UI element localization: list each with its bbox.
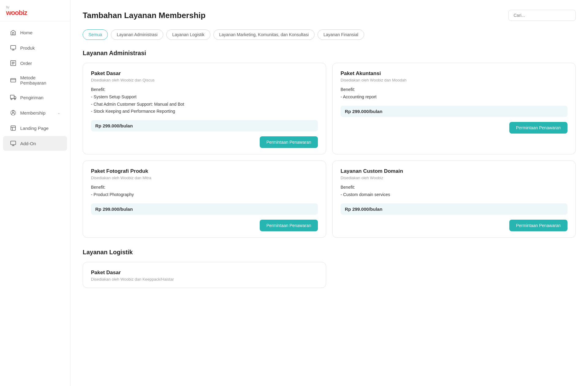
landing-icon xyxy=(10,125,17,131)
sidebar-nav: Home Produk Order Metode Pembayaran Peng xyxy=(0,21,70,386)
card-footer-paket-dasar: Permintaan Penawaran xyxy=(91,136,318,148)
main-content: Tambahan Layanan Membership Semua Layana… xyxy=(70,0,588,386)
payment-icon xyxy=(10,77,17,84)
home-icon xyxy=(10,29,17,36)
card-price-custom-domain: Rp 299.000/bulan xyxy=(341,203,567,215)
svg-rect-9 xyxy=(10,95,14,99)
card-benefit-paket-dasar: Benefit: - System Setup Support - Chat A… xyxy=(91,86,318,115)
svg-point-12 xyxy=(14,98,15,100)
header-row: Tambahan Layanan Membership xyxy=(83,10,576,21)
card-benefit-custom-domain: Benefit: - Custom domain services xyxy=(341,184,567,199)
filter-tab-logistik[interactable]: Layanan Logistik xyxy=(166,29,210,40)
sidebar-item-produk[interactable]: Produk xyxy=(3,40,67,55)
brand-name: woobiz xyxy=(6,9,27,17)
sidebar-item-label-pengiriman: Pengiriman xyxy=(20,95,60,100)
card-custom-domain: Layanan Custom Domain Disediakan oleh Wo… xyxy=(332,161,576,238)
cards-grid-administrasi: Paket Dasar Disediakan oleh Woobiz dan Q… xyxy=(83,63,576,238)
btn-penawaran-fotografi[interactable]: Permintaan Penawaran xyxy=(260,220,318,231)
card-footer-custom-domain: Permintaan Penawaran xyxy=(341,220,567,231)
sidebar-item-home[interactable]: Home xyxy=(3,25,67,40)
svg-rect-0 xyxy=(11,46,16,49)
btn-penawaran-akuntansi[interactable]: Permintaan Penawaran xyxy=(509,122,567,134)
filter-tab-finansial[interactable]: Layanan Finansial xyxy=(318,29,364,40)
card-benefit-akuntansi: Benefit: - Accounting report xyxy=(341,86,567,101)
shipping-icon xyxy=(10,94,17,101)
produk-icon xyxy=(10,44,17,51)
card-subtitle-akuntansi: Disediakan oleh Woobiz dan Moodah xyxy=(341,78,567,82)
btn-penawaran-custom-domain[interactable]: Permintaan Penawaran xyxy=(509,220,567,231)
card-paket-fotografi: Paket Fotografi Produk Disediakan oleh W… xyxy=(83,161,326,238)
chevron-down-icon: ⌄ xyxy=(57,111,60,115)
card-title-logistik-dasar: Paket Dasar xyxy=(91,270,318,276)
sidebar-item-membership[interactable]: Membership ⌄ xyxy=(3,105,67,120)
sidebar-item-label-payment: Metode Pembayaran xyxy=(20,75,60,85)
card-paket-dasar-logistik: Paket Dasar Disediakan oleh Woobiz dan K… xyxy=(83,262,326,288)
card-paket-akuntansi: Paket Akuntansi Disediakan oleh Woobiz d… xyxy=(332,63,576,154)
membership-icon xyxy=(10,109,17,116)
svg-marker-10 xyxy=(14,96,16,99)
sidebar-item-order[interactable]: Order xyxy=(3,56,67,70)
page-title: Tambahan Layanan Membership xyxy=(83,11,205,20)
logo-area: by woobiz xyxy=(0,0,70,21)
card-title-custom-domain: Layanan Custom Domain xyxy=(341,168,567,174)
sidebar-item-label-landing: Landing Page xyxy=(20,126,60,131)
sidebar-item-label-produk: Produk xyxy=(20,45,60,51)
card-footer-fotografi: Permintaan Penawaran xyxy=(91,220,318,231)
filter-tabs: Semua Layanan Administrasi Layanan Logis… xyxy=(83,29,576,40)
btn-penawaran-paket-dasar[interactable]: Permintaan Penawaran xyxy=(260,136,318,148)
section-title-logistik: Layanan Logistik xyxy=(83,249,576,256)
sidebar: by woobiz Home Produk Order Metode xyxy=(0,0,70,386)
logo-by-label: by xyxy=(6,6,64,9)
card-subtitle-custom-domain: Disediakan oleh Woobiz xyxy=(341,176,567,180)
filter-tab-semua[interactable]: Semua xyxy=(83,29,108,40)
card-footer-akuntansi: Permintaan Penawaran xyxy=(341,122,567,134)
card-subtitle-paket-dasar: Disediakan oleh Woobiz dan Qiscus xyxy=(91,78,318,82)
filter-tab-administrasi[interactable]: Layanan Administrasi xyxy=(111,29,163,40)
section-title-administrasi: Layanan Administrasi xyxy=(83,50,576,57)
card-price-fotografi: Rp 299.000/bulan xyxy=(91,203,318,215)
card-price-paket-dasar: Rp 299.000/bulan xyxy=(91,120,318,131)
card-title-akuntansi: Paket Akuntansi xyxy=(341,70,567,77)
card-paket-dasar: Paket Dasar Disediakan oleh Woobiz dan Q… xyxy=(83,63,326,154)
sidebar-item-label-membership: Membership xyxy=(20,110,54,115)
card-subtitle-fotografi: Disediakan oleh Woobiz dan Mitra xyxy=(91,176,318,180)
filter-tab-marketing[interactable]: Layanan Marketing, Komunitas, dan Konsul… xyxy=(213,29,315,40)
order-icon xyxy=(10,60,17,66)
card-title-fotografi: Paket Fotografi Produk xyxy=(91,168,318,174)
card-benefit-fotografi: Benefit: - Product Photography xyxy=(91,184,318,199)
sidebar-item-addon[interactable]: Add-On xyxy=(3,136,67,151)
svg-rect-7 xyxy=(11,78,16,82)
sidebar-item-label-addon: Add-On xyxy=(20,141,60,146)
cards-grid-logistik: Paket Dasar Disediakan oleh Woobiz dan K… xyxy=(83,262,576,288)
card-price-akuntansi: Rp 299.000/bulan xyxy=(341,106,567,117)
addon-icon xyxy=(10,140,17,147)
svg-point-11 xyxy=(11,98,12,100)
sidebar-item-pengiriman[interactable]: Pengiriman xyxy=(3,90,67,105)
card-subtitle-logistik-dasar: Disediakan oleh Woobiz dan Keeppack/Hais… xyxy=(91,277,318,282)
sidebar-item-label-order: Order xyxy=(20,61,60,66)
svg-rect-15 xyxy=(11,126,16,131)
card-title-paket-dasar: Paket Dasar xyxy=(91,70,318,77)
svg-point-13 xyxy=(12,111,14,113)
sidebar-item-label-home: Home xyxy=(20,30,60,35)
svg-rect-18 xyxy=(11,141,16,145)
sidebar-item-landing-page[interactable]: Landing Page xyxy=(3,121,67,135)
sidebar-item-metode-pembayaran[interactable]: Metode Pembayaran xyxy=(3,71,67,89)
search-input[interactable] xyxy=(508,10,576,21)
